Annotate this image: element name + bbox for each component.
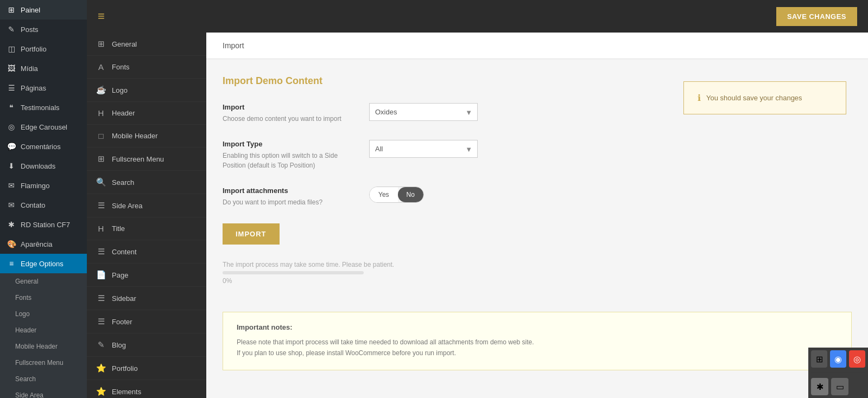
progress-message: The import process may take some time. P… [223,261,852,268]
search-nav-icon: 🔍 [96,177,106,187]
sidebar-item-downloads[interactable]: ⬇ Downloads [0,156,87,176]
mobile-header-nav-icon: □ [96,131,106,140]
nav-item-general[interactable]: ⊞ General [87,33,206,56]
download-icon: ⬇ [7,162,16,170]
sidebar-item-label: Aparência [21,240,53,248]
nav-item-blog[interactable]: ✎ Blog [87,333,206,357]
sidebar-item-label: Painel [21,6,40,14]
submenu-item-mobile-header[interactable]: Mobile Header [0,338,87,355]
nav-item-content[interactable]: ☰ Content [87,240,206,264]
notes-line-2: If you plan to use shop, please install … [237,348,838,358]
save-notice: ℹ You should save your changes [683,81,846,114]
nav-item-page[interactable]: 📄 Page [87,264,206,287]
sidebar-item-label: RD Station CF7 [21,221,70,229]
import-select-wrapper: Oxides Demo 1 Demo 2 ▼ [369,103,478,121]
submenu-item-side-area[interactable]: Side Area [0,387,87,398]
bottom-icons-row-2: ✱ ▭ [811,378,865,395]
carousel-icon: ◎ [7,123,16,131]
sidebar-item-contato[interactable]: ✉ Contato [0,195,87,215]
sidebar-item-edge-carousel[interactable]: ◎ Edge Carousel [0,117,87,137]
page-nav-icon: 📄 [96,270,106,280]
nav-item-side-area[interactable]: ☰ Side Area [87,194,206,217]
import-attachments-control: Yes No [369,187,852,203]
nav-item-elements[interactable]: ⭐ Elements [87,380,206,398]
sidebar-item-painel[interactable]: ⊞ Painel [0,0,87,20]
contact-icon: ✉ [7,201,16,209]
bottom-icon-1[interactable]: ⊞ [811,350,827,368]
nav-item-header[interactable]: H Header [87,102,206,125]
import-attachments-label: Import attachments [223,187,358,195]
import-attachments-toggle: Yes No [369,187,424,203]
import-field-label: Import [223,103,358,111]
import-select[interactable]: Oxides Demo 1 Demo 2 [369,103,478,121]
import-type-control: All Content Widgets ▼ [369,140,852,158]
testimonials-icon: ❝ [7,103,16,112]
comments-icon: 💬 [7,142,16,151]
import-breadcrumb: Import [206,33,868,59]
notes-title: Important notes: [237,323,838,331]
import-field-desc: Choose demo content you want to import [223,114,358,124]
nav-item-footer[interactable]: ☰ Footer [87,310,206,333]
import-type-select-wrapper: All Content Widgets ▼ [369,140,478,158]
bottom-icon-multi[interactable]: ◎ [849,350,865,368]
submenu-item-general[interactable]: General [0,273,87,290]
topbar: ≡ SAVE CHANGES [87,0,868,33]
sidebar-item-label: Edge Carousel [21,123,67,131]
nav-item-logo[interactable]: ☕ Logo [87,79,206,102]
sidebar-item-flamingo[interactable]: ✉ Flamingo [0,176,87,195]
bottom-icon-screen[interactable]: ▭ [831,378,848,395]
edge-options-icon: ≡ [7,259,16,268]
sidebar-item-midia[interactable]: 🖼 Mídia [0,59,87,78]
nav-item-fonts[interactable]: A Fonts [87,56,206,79]
import-button[interactable]: IMPORT [223,223,280,245]
bottom-icon-chrome[interactable]: ◉ [830,350,846,368]
submenu-item-search[interactable]: Search [0,371,87,387]
logo-nav-icon: ☕ [96,85,106,95]
bottom-icons-row-1: ⊞ ◉ ◎ [811,350,865,368]
sidebar-item-label: Flamingo [21,182,49,190]
sidebar-item-comentarios[interactable]: 💬 Comentários [0,137,87,156]
sidebar-item-label: Mídia [21,65,38,73]
sidebar-item-testimonials[interactable]: ❝ Testimonials [0,98,87,117]
content-nav-icon: ☰ [96,247,106,256]
header-nav-icon: H [96,108,106,118]
nav-panel: ⊞ General A Fonts ☕ Logo H Header □ Mobi… [87,33,206,398]
sidebar-item-rd-station[interactable]: ✱ RD Station CF7 [0,215,87,234]
nav-item-fullscreen-menu[interactable]: ⊞ Fullscreen Menu [87,147,206,171]
sidebar-item-posts[interactable]: ✎ Posts [0,20,87,39]
nav-item-sidebar[interactable]: ☰ Sidebar [87,287,206,310]
icon-divider [811,373,865,373]
nav-item-search[interactable]: 🔍 Search [87,171,206,194]
import-type-select[interactable]: All Content Widgets [369,140,478,158]
nav-item-mobile-header[interactable]: □ Mobile Header [87,125,206,147]
sidebar-item-edge-options[interactable]: ≡ Edge Options [0,254,87,273]
submenu-item-fullscreen-menu[interactable]: Fullscreen Menu [0,355,87,371]
import-type-label: Import Type [223,140,358,148]
rdstation-icon: ✱ [7,220,16,229]
save-notice-text: You should save your changes [706,94,802,102]
sidebar-item-aparencia[interactable]: 🎨 Aparência [0,234,87,254]
main-panel: ℹ You should save your changes Import Im… [206,33,868,398]
flamingo-icon: ✉ [7,181,16,190]
blog-nav-icon: ✎ [96,340,106,350]
sidebar-item-label: Portfolio [21,45,47,53]
sidebar-item-label: Contato [21,201,46,209]
portfolio-nav-icon: ⭐ [96,363,106,373]
import-type-label-col: Import Type Enabling this option will sw… [223,140,358,170]
submenu-item-logo[interactable]: Logo [0,306,87,322]
toggle-yes-button[interactable]: Yes [370,187,398,202]
title-nav-icon: H [96,224,106,233]
import-label-col: Import Choose demo content you want to i… [223,103,358,124]
content-wrapper: ⊞ General A Fonts ☕ Logo H Header □ Mobi… [87,33,868,398]
footer-nav-icon: ☰ [96,317,106,326]
nav-item-portfolio-nav[interactable]: ⭐ Portfolio [87,357,206,380]
sidebar-item-paginas[interactable]: ☰ Páginas [0,78,87,98]
sidebar-item-label: Testimonials [21,104,60,112]
nav-item-title[interactable]: H Title [87,217,206,240]
save-changes-button[interactable]: SAVE CHANGES [776,7,857,26]
toggle-no-button[interactable]: No [398,187,423,202]
sidebar-item-portfolio[interactable]: ◫ Portfolio [0,39,87,59]
bottom-icon-gray[interactable]: ✱ [811,378,828,395]
submenu-item-header[interactable]: Header [0,322,87,338]
submenu-item-fonts[interactable]: Fonts [0,290,87,306]
